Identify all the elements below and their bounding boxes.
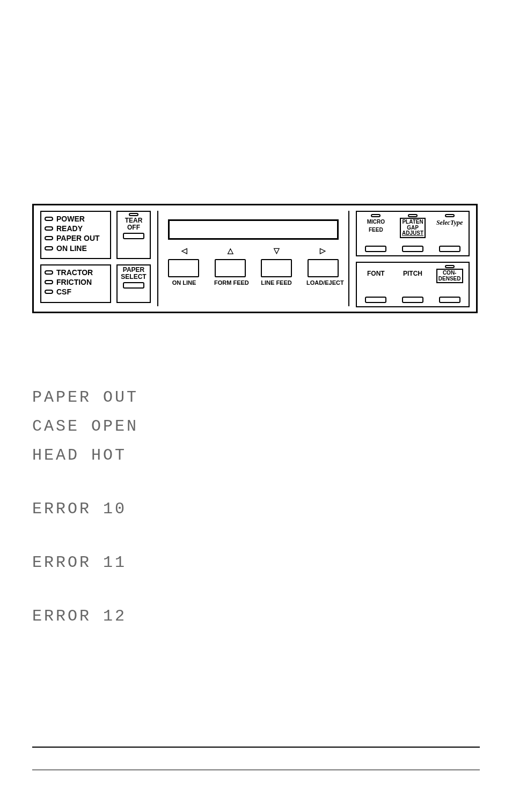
condensed-label-box: CON- DENSED <box>436 269 463 283</box>
right-button-cluster: MICRO FEED PLATEN GAP ADJUST SelecType <box>356 211 470 307</box>
condensed-l2: DENSED <box>438 276 461 282</box>
button-key-icon <box>123 233 144 239</box>
line-feed-button[interactable] <box>261 259 292 277</box>
tear-off-label-1: TEAR <box>125 217 143 224</box>
status-column: POWER READY PAPER OUT ON LINE TRACTOR FR… <box>40 211 111 307</box>
friction-label: FRICTION <box>56 277 92 287</box>
font-label: FONT <box>367 270 385 277</box>
button-key-icon <box>439 246 460 252</box>
msg-head-hot: HEAD HOT <box>32 446 480 464</box>
status-group-top: POWER READY PAPER OUT ON LINE <box>40 211 111 259</box>
button-key-icon <box>439 297 460 303</box>
button-key-icon <box>365 246 386 252</box>
paper-select-button[interactable]: PAPER SELECT <box>116 264 151 303</box>
platen-l1: PLATEN <box>402 219 423 225</box>
led-icon <box>45 236 53 240</box>
selectype-label: SelecType <box>436 219 463 226</box>
online-btn-label: ON LINE <box>168 279 200 286</box>
button-key-icon <box>402 297 423 303</box>
arrow-row: ◁ △ ▽ ▷ <box>168 246 339 255</box>
tractor-indicator: TRACTOR <box>45 268 106 277</box>
led-icon <box>45 270 53 275</box>
form-feed-button[interactable] <box>215 259 246 277</box>
down-arrow-icon: ▽ <box>260 246 292 255</box>
pitch-label: PITCH <box>403 270 422 277</box>
condensed-button[interactable]: CON- DENSED <box>433 265 466 304</box>
mode-buttons: TEAR OFF PAPER SELECT <box>116 211 151 307</box>
right-bottom-row: FONT PITCH CON- DENSED <box>356 262 470 307</box>
button-key-icon <box>402 246 423 252</box>
led-icon <box>45 280 53 284</box>
led-icon <box>129 213 138 216</box>
csf-indicator: CSF <box>45 287 106 297</box>
micro-feed-l2: FEED <box>369 227 383 233</box>
paper-out-indicator: PAPER OUT <box>45 233 106 243</box>
msg-error-12: ERROR 12 <box>32 607 480 625</box>
msg-case-open: CASE OPEN <box>32 417 480 435</box>
led-icon <box>45 246 53 250</box>
control-panel: POWER READY PAPER OUT ON LINE TRACTOR FR… <box>32 204 478 313</box>
led-icon <box>45 217 53 221</box>
load-eject-button[interactable] <box>308 259 339 277</box>
control-button-labels: ON LINE FORM FEED LINE FEED LOAD/EJECT <box>168 279 339 286</box>
divider <box>157 211 158 306</box>
button-key-icon <box>123 282 144 289</box>
footer-rule-thin <box>32 770 480 770</box>
led-icon <box>445 214 455 217</box>
right-top-row: MICRO FEED PLATEN GAP ADJUST SelecType <box>356 211 470 256</box>
led-icon <box>45 290 53 294</box>
micro-feed-l1: MICRO <box>367 219 385 225</box>
status-group-bottom: TRACTOR FRICTION CSF <box>40 264 111 303</box>
ready-indicator: READY <box>45 224 106 233</box>
friction-indicator: FRICTION <box>45 277 106 287</box>
pitch-button[interactable]: PITCH <box>396 265 430 304</box>
right-arrow-icon: ▷ <box>306 246 339 255</box>
lcd-messages: PAPER OUT CASE OPEN HEAD HOT ERROR 10 ER… <box>32 388 480 636</box>
footer-rule <box>32 747 480 748</box>
platen-l3: ADJUST <box>402 231 423 237</box>
condensed-l1: CON- <box>438 270 461 276</box>
led-icon <box>371 214 381 217</box>
load-eject-btn-label: LOAD/EJECT <box>306 279 339 286</box>
tractor-label: TRACTOR <box>56 268 93 277</box>
paper-out-label: PAPER OUT <box>56 233 100 243</box>
power-label: POWER <box>56 214 85 224</box>
ready-label: READY <box>56 224 83 233</box>
msg-error-11: ERROR 11 <box>32 553 480 572</box>
font-button[interactable]: FONT <box>359 265 393 304</box>
left-arrow-icon: ◁ <box>168 246 200 255</box>
online-label: ON LINE <box>56 243 87 253</box>
online-indicator: ON LINE <box>45 243 106 253</box>
selectype-button[interactable]: SelecType <box>433 214 466 253</box>
micro-feed-button[interactable]: MICRO FEED <box>359 214 393 253</box>
power-indicator: POWER <box>45 214 106 224</box>
up-arrow-icon: △ <box>214 246 246 255</box>
control-button-row <box>168 259 339 277</box>
led-icon <box>445 265 455 268</box>
csf-label: CSF <box>56 287 71 297</box>
button-key-icon <box>365 297 386 303</box>
lcd-display <box>168 219 339 240</box>
line-feed-btn-label: LINE FEED <box>260 279 292 286</box>
paper-select-label-1: PAPER <box>123 267 144 274</box>
led-icon <box>408 214 418 217</box>
msg-error-10: ERROR 10 <box>32 500 480 518</box>
divider <box>348 211 349 306</box>
msg-paper-out: PAPER OUT <box>32 388 480 407</box>
online-button[interactable] <box>168 259 199 277</box>
led-icon <box>45 226 53 231</box>
form-feed-btn-label: FORM FEED <box>214 279 246 286</box>
platen-gap-button[interactable]: PLATEN GAP ADJUST <box>396 214 430 253</box>
tear-off-label-2: OFF <box>127 224 140 231</box>
lcd-button-area: ◁ △ ▽ ▷ ON LINE FORM FEED LINE FEED LOAD… <box>165 211 342 307</box>
tear-off-button[interactable]: TEAR OFF <box>116 211 151 259</box>
paper-select-label-2: SELECT <box>121 274 146 280</box>
platen-gap-label-box: PLATEN GAP ADJUST <box>400 218 426 238</box>
